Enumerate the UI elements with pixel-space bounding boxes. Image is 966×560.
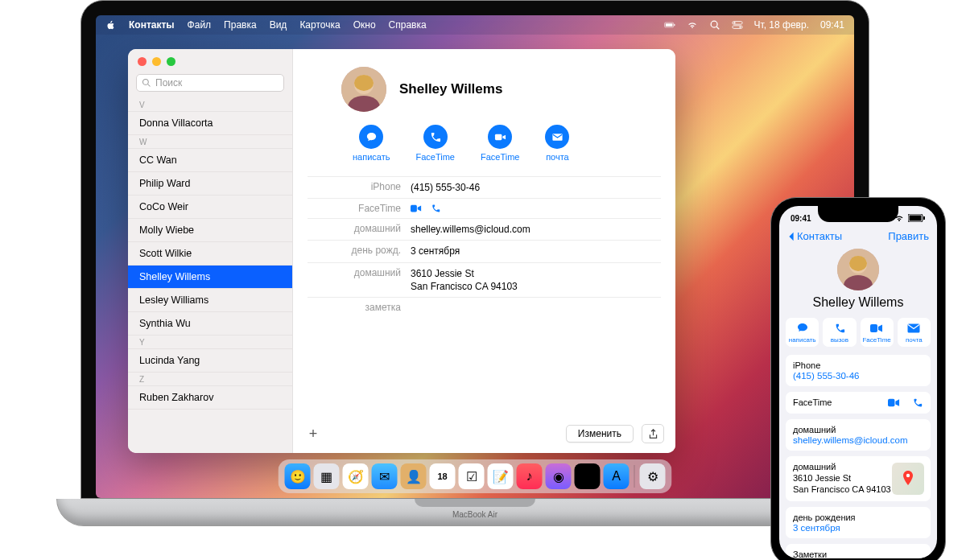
menubar-time[interactable]: 09:41 bbox=[820, 19, 844, 31]
edit-button[interactable]: Изменить bbox=[566, 425, 634, 443]
search-input[interactable]: Поиск bbox=[136, 74, 284, 92]
phone-icon[interactable] bbox=[911, 397, 923, 408]
iphone-status-time: 09:41 bbox=[791, 214, 811, 223]
video-icon[interactable] bbox=[411, 204, 422, 213]
iphone-edit-button[interactable]: Править bbox=[888, 230, 929, 242]
contact-item[interactable]: Ruben Zakharov bbox=[128, 386, 292, 410]
iphone-message-button[interactable]: написать bbox=[786, 318, 819, 347]
search-icon bbox=[142, 78, 151, 88]
dock-app-podcasts[interactable]: ◉ bbox=[546, 463, 572, 489]
field-address[interactable]: домашний 3610 Jessie StSan Francisco CA … bbox=[308, 262, 661, 297]
iphone-screen: 09:41 Контакты Править Shelley Willems bbox=[779, 206, 937, 558]
share-button[interactable] bbox=[642, 424, 664, 443]
contact-item[interactable]: Scott Wilkie bbox=[128, 242, 292, 266]
macos-dock: 🙂▦🧭✉︎👤18☑︎📝♪◉▶︎A⚙︎ bbox=[279, 459, 672, 493]
dock-app-safari[interactable]: 🧭 bbox=[343, 463, 369, 489]
wifi-icon[interactable] bbox=[687, 19, 698, 31]
svg-rect-23 bbox=[923, 216, 925, 220]
svg-line-10 bbox=[148, 84, 151, 87]
dock-app-notes[interactable]: 📝 bbox=[488, 463, 514, 489]
spotlight-icon[interactable] bbox=[709, 19, 720, 31]
apple-logo-icon[interactable] bbox=[105, 20, 116, 31]
macbook-brand-label: MacBook Air bbox=[57, 510, 893, 519]
dock-app-calendar[interactable]: 18 bbox=[430, 463, 456, 489]
field-iphone[interactable]: iPhone (415) 555-30-46 bbox=[308, 176, 661, 198]
dock-app-tv[interactable]: ▶︎ bbox=[575, 463, 601, 489]
menubar-item-view[interactable]: Вид bbox=[270, 19, 287, 31]
contact-item[interactable]: Donna Villacorta bbox=[128, 112, 292, 135]
mail-button[interactable]: почта bbox=[545, 125, 569, 162]
iphone-nav-bar: Контакты Править bbox=[779, 227, 937, 247]
iphone-phone-card[interactable]: iPhone (415) 555-30-46 bbox=[786, 355, 931, 386]
iphone-mail-button[interactable]: почта bbox=[898, 318, 931, 347]
facetime-video-button[interactable]: FaceTime bbox=[481, 125, 520, 162]
macos-menubar: Контакты Файл Правка Вид Карточка Окно С… bbox=[96, 15, 854, 35]
dock-app-launchpad[interactable]: ▦ bbox=[314, 463, 340, 489]
section-letter: Y bbox=[128, 336, 292, 349]
iphone-device: 09:41 Контакты Править Shelley Willems bbox=[770, 197, 946, 560]
field-note[interactable]: заметка bbox=[308, 297, 661, 317]
iphone-notes-card[interactable]: Заметки bbox=[786, 544, 931, 558]
iphone-contact-avatar bbox=[837, 249, 879, 290]
menubar-item-window[interactable]: Окно bbox=[353, 19, 376, 31]
iphone-call-button[interactable]: вызов bbox=[823, 318, 856, 347]
field-birthday[interactable]: день рожд. 3 сентября bbox=[308, 240, 661, 261]
dock-app-mail[interactable]: ✉︎ bbox=[372, 463, 398, 489]
menubar-item-edit[interactable]: Правка bbox=[224, 19, 257, 31]
battery-icon[interactable] bbox=[664, 19, 675, 31]
menubar-app-name[interactable]: Контакты bbox=[129, 19, 175, 31]
add-contact-button[interactable]: + bbox=[304, 425, 322, 443]
svg-rect-16 bbox=[411, 205, 417, 212]
contact-item[interactable]: Lucinda Yang bbox=[128, 349, 292, 373]
contact-item[interactable]: Shelley Willems bbox=[128, 266, 292, 289]
contact-item[interactable]: Molly Wiebe bbox=[128, 219, 292, 242]
phone-icon[interactable] bbox=[430, 204, 441, 213]
svg-rect-14 bbox=[495, 134, 502, 140]
iphone-facetime-card[interactable]: FaceTime bbox=[786, 392, 931, 414]
svg-line-4 bbox=[716, 27, 719, 29]
dock-app-music[interactable]: ♪ bbox=[517, 463, 543, 489]
svg-point-6 bbox=[733, 22, 735, 23]
menubar-item-help[interactable]: Справка bbox=[389, 19, 427, 31]
search-placeholder: Поиск bbox=[155, 77, 182, 89]
map-thumbnail[interactable] bbox=[892, 463, 924, 495]
dock-app-finder[interactable]: 🙂 bbox=[285, 463, 311, 489]
svg-rect-27 bbox=[870, 324, 877, 332]
dock-app-contacts[interactable]: 👤 bbox=[401, 463, 427, 489]
video-icon[interactable] bbox=[888, 397, 900, 408]
iphone-email-card[interactable]: домашний shelley.willems@icloud.com bbox=[786, 419, 931, 451]
field-facetime[interactable]: FaceTime bbox=[308, 198, 661, 218]
contacts-window: Поиск VDonna VillacortaWCC WanPhilip War… bbox=[128, 49, 675, 453]
dock-app-settings[interactable]: ⚙︎ bbox=[640, 463, 666, 489]
menubar-date[interactable]: Чт, 18 февр. bbox=[754, 19, 809, 31]
field-email[interactable]: домашний shelley.willems@icloud.com bbox=[308, 218, 661, 240]
dock-app-appstore[interactable]: A bbox=[604, 463, 630, 489]
contact-avatar bbox=[341, 67, 386, 112]
dock-app-reminders[interactable]: ☑︎ bbox=[459, 463, 485, 489]
iphone-facetime-button[interactable]: FaceTime bbox=[861, 318, 894, 347]
macbook-bezel: Контакты Файл Правка Вид Карточка Окно С… bbox=[80, 0, 869, 499]
section-letter: W bbox=[128, 135, 292, 149]
contact-item[interactable]: CC Wan bbox=[128, 149, 292, 172]
iphone-notch bbox=[818, 206, 898, 222]
contact-item[interactable]: Lesley Williams bbox=[128, 289, 292, 312]
menubar-item-card[interactable]: Карточка bbox=[299, 19, 340, 31]
macbook-device: Контакты Файл Правка Вид Карточка Окно С… bbox=[80, 0, 869, 547]
contact-item[interactable]: Synthia Wu bbox=[128, 312, 292, 336]
message-button[interactable]: написать bbox=[353, 125, 390, 162]
menubar-item-file[interactable]: Файл bbox=[188, 19, 212, 31]
back-button[interactable]: Контакты bbox=[787, 230, 842, 242]
zoom-button[interactable] bbox=[167, 57, 175, 66]
contact-item[interactable]: CoCo Weir bbox=[128, 196, 292, 219]
section-letter: V bbox=[128, 98, 292, 112]
iphone-address-card[interactable]: домашний 3610 Jessie StSan Francisco CA … bbox=[786, 456, 931, 501]
minimize-button[interactable] bbox=[152, 57, 161, 66]
facetime-audio-button[interactable]: FaceTime bbox=[415, 125, 455, 162]
contact-item[interactable]: Philip Ward bbox=[128, 172, 292, 196]
control-center-icon[interactable] bbox=[732, 19, 743, 31]
close-button[interactable] bbox=[138, 57, 147, 66]
section-letter: Z bbox=[128, 373, 292, 386]
macbook-screen: Контакты Файл Правка Вид Карточка Окно С… bbox=[96, 15, 854, 498]
iphone-birthday-card[interactable]: день рождения 3 сентября bbox=[786, 507, 931, 538]
iphone-contact-name: Shelley Willems bbox=[779, 295, 937, 310]
